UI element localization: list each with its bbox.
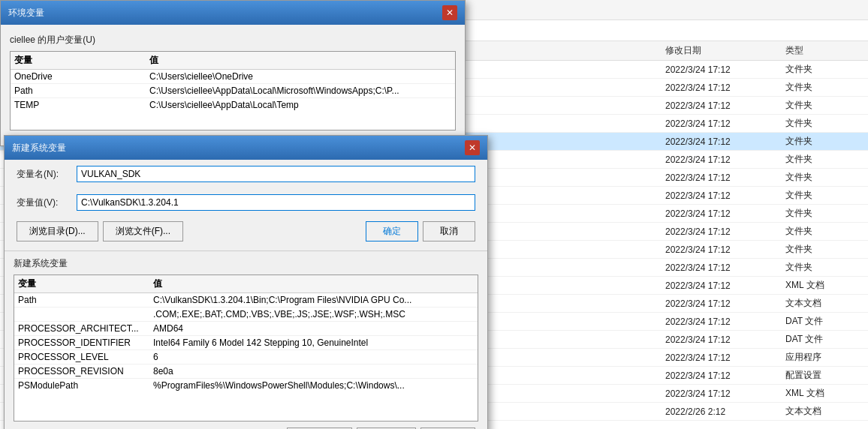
file-modified: 2022/3/24 17:12 (665, 82, 785, 93)
col-modified: 修改日期 (665, 44, 785, 57)
new-var-dialog: 新建系统变量 ✕ 变量名(N): 变量值(V): 浏览目录(D)... 浏览文件… (4, 135, 488, 429)
var-value: 6 (153, 352, 474, 362)
var-name: PROCESSOR_LEVEL (18, 352, 153, 362)
file-type: 应用程序 (785, 351, 860, 364)
sys-vars-table: 变量 值 PathC:\VulkanSDK\1.3.204.1\Bin;C:\P… (14, 274, 478, 422)
env-dialog-content: ciellee 的用户变量(U) 变量 值 OneDriveC:\Users\c… (1, 25, 465, 146)
new-var-close-button[interactable]: ✕ (465, 140, 480, 155)
file-modified: 2022/3/24 17:12 (665, 100, 785, 111)
table-row[interactable]: PROCESSOR_ARCHITECT...AMD64 (14, 322, 478, 336)
file-modified: 2022/3/24 17:12 (665, 316, 785, 327)
user-vars-body: OneDriveC:\Users\ciellee\OneDrivePathC:\… (11, 70, 455, 130)
file-modified: 2022/3/24 17:12 (665, 190, 785, 201)
file-type: 文本文档 (785, 297, 860, 310)
file-type: 配置设置 (785, 369, 860, 382)
user-section-title: ciellee 的用户变量(U) (10, 34, 456, 46)
env-dialog-title: 环境变量 (8, 7, 44, 20)
file-modified: 2022/3/24 17:12 (665, 154, 785, 165)
table-row[interactable]: PathC:\Users\ciellee\AppData\Local\Micro… (11, 84, 455, 98)
file-type: 文本文档 (785, 405, 860, 418)
sys-section-title: 新建系统变量 (14, 257, 478, 270)
env-dialog: 环境变量 ✕ ciellee 的用户变量(U) 变量 值 OneDriveC:\… (0, 0, 466, 146)
file-type: 文件夹 (785, 63, 860, 76)
table-row[interactable]: OneDriveC:\Users\ciellee\OneDrive (11, 70, 455, 84)
var-value-row: 变量值(V): (5, 188, 487, 217)
file-type: DAT 文件 (785, 315, 860, 328)
var-name: PSModulePath (18, 380, 153, 391)
user-col-var: 变量 (14, 54, 149, 67)
var-name-input[interactable] (77, 166, 475, 182)
new-var-titlebar: 新建系统变量 ✕ (5, 136, 487, 160)
table-row[interactable]: PSModulePath%ProgramFiles%\WindowsPowerS… (14, 379, 478, 392)
var-value: %ProgramFiles%\WindowsPowerShell\Modules… (153, 380, 474, 391)
var-name: PROCESSOR_ARCHITECT... (18, 323, 153, 334)
user-table-header: 变量 值 (11, 52, 455, 70)
confirm-button[interactable]: 确定 (366, 221, 418, 242)
file-type: 文件夹 (785, 135, 860, 148)
file-modified: 2022/3/24 17:12 (665, 136, 785, 147)
file-modified: 2022/3/24 17:12 (665, 370, 785, 381)
new-var-title: 新建系统变量 (12, 142, 66, 154)
table-row[interactable]: .COM;.EXE;.BAT;.CMD;.VBS;.VBE;.JS;.JSE;.… (14, 308, 478, 322)
file-modified: 2022/3/24 17:12 (665, 262, 785, 273)
table-row[interactable]: PROCESSOR_LEVEL6 (14, 350, 478, 364)
user-vars-table: 变量 值 OneDriveC:\Users\ciellee\OneDrivePa… (10, 51, 456, 130)
new-var-browse-buttons: 浏览目录(D)... 浏览文件(F)... 确定 取消 (5, 217, 487, 250)
file-modified: 2022/3/24 17:12 (665, 64, 785, 75)
var-value-input[interactable] (77, 194, 475, 211)
sys-vars-body: PathC:\VulkanSDK\1.3.204.1\Bin;C:\Progra… (14, 293, 478, 421)
var-name: OneDrive (14, 71, 149, 82)
new-var-content: 变量名(N): 变量值(V): 浏览目录(D)... 浏览文件(F)... 确定… (5, 160, 487, 250)
file-modified: 2022/3/24 17:12 (665, 280, 785, 291)
var-value: 8e0a (153, 366, 474, 376)
table-row[interactable]: PathC:\VulkanSDK\1.3.204.1\Bin;C:\Progra… (14, 293, 478, 308)
file-type: 文件夹 (785, 171, 860, 184)
file-modified: 2022/3/24 17:12 (665, 298, 785, 309)
var-value: C:\Users\ciellee\OneDrive (149, 71, 451, 82)
env-dialog-close-button[interactable]: ✕ (442, 5, 457, 20)
var-value-label: 变量值(V): (17, 196, 69, 209)
file-modified: 2022/3/24 17:12 (665, 208, 785, 219)
file-modified: 2022/3/24 17:12 (665, 244, 785, 255)
file-type: 文件夹 (785, 81, 860, 94)
file-type: 文件夹 (785, 207, 860, 220)
var-name: PROCESSOR_REVISION (18, 366, 153, 376)
file-type: 文件夹 (785, 243, 860, 256)
browse-file-button[interactable]: 浏览文件(F)... (103, 221, 183, 242)
file-modified: 2022/3/24 17:12 (665, 352, 785, 363)
file-modified: 2022/3/24 17:12 (665, 334, 785, 345)
var-name: TEMP (14, 100, 149, 110)
var-name: Path (14, 86, 149, 96)
file-modified: 2022/3/24 17:12 (665, 172, 785, 183)
sys-col-var: 变量 (18, 278, 153, 290)
var-value: C:\Users\ciellee\AppData\Local\Temp (149, 100, 451, 110)
var-name-label: 变量名(N): (17, 168, 69, 181)
var-name-row: 变量名(N): (5, 160, 487, 188)
file-type: DAT 文件 (785, 333, 860, 346)
var-name (18, 309, 153, 320)
cancel-button[interactable]: 取消 (423, 221, 475, 242)
file-type: 文件夹 (785, 261, 860, 274)
var-value: .COM;.EXE;.BAT;.CMD;.VBS;.VBE;.JS;.JSE;.… (153, 309, 474, 320)
table-row[interactable]: PROCESSOR_REVISION8e0a (14, 364, 478, 379)
file-type: XML 文档 (785, 279, 860, 292)
file-modified: 2022/2/26 2:12 (665, 406, 785, 417)
file-modified: 2022/3/24 17:12 (665, 226, 785, 237)
table-row[interactable]: TEMPC:\Users\ciellee\AppData\Local\Temp (11, 98, 455, 112)
browse-dir-button[interactable]: 浏览目录(D)... (17, 221, 98, 242)
table-row[interactable]: PROCESSOR_IDENTIFIERIntel64 Family 6 Mod… (14, 336, 478, 350)
env-dialog-titlebar: 环境变量 ✕ (1, 1, 465, 25)
file-type: 文件夹 (785, 189, 860, 202)
sys-vars-section: 新建系统变量 变量 值 PathC:\VulkanSDK\1.3.204.1\B… (5, 250, 487, 429)
var-value: C:\Users\ciellee\AppData\Local\Microsoft… (149, 86, 451, 96)
file-modified: 2022/3/24 17:12 (665, 118, 785, 129)
var-value: C:\VulkanSDK\1.3.204.1\Bin;C:\Program Fi… (153, 295, 474, 305)
var-value: AMD64 (153, 323, 474, 334)
file-type: XML 文档 (785, 387, 860, 400)
file-type: 文件夹 (785, 99, 860, 112)
file-type: 文件夹 (785, 153, 860, 166)
sys-col-val: 值 (153, 278, 474, 290)
user-col-val: 值 (149, 54, 451, 67)
var-name: Path (18, 295, 153, 305)
sys-table-header: 变量 值 (14, 275, 478, 293)
